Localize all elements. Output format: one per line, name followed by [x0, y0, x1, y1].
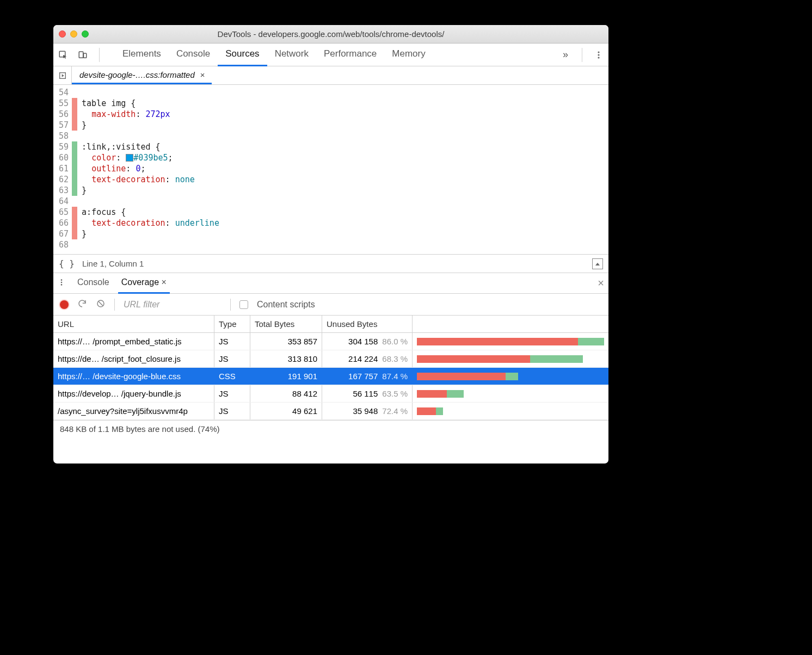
separator — [582, 48, 582, 62]
tab-sources[interactable]: Sources — [218, 43, 267, 66]
close-tab-icon[interactable]: × — [159, 277, 167, 287]
table-row[interactable]: https://develop… /jquery-bundle.jsJS88 4… — [53, 385, 608, 403]
separator — [99, 48, 100, 62]
col-unused[interactable]: Unused Bytes — [322, 316, 413, 332]
cell-type: JS — [214, 350, 250, 367]
tab-network[interactable]: Network — [267, 43, 316, 66]
cell-url: https://de… /script_foot_closure.js — [53, 350, 214, 367]
cell-type: JS — [214, 385, 250, 402]
cell-vis — [413, 355, 608, 363]
table-row[interactable]: /async_survey?site=ylj5ifxusvvmr4pJS49 6… — [53, 403, 608, 420]
drawer-menu-icon[interactable] — [58, 279, 67, 288]
svg-point-4 — [598, 54, 599, 55]
cell-type: JS — [214, 403, 250, 419]
cursor-position: Line 1, Column 1 — [82, 259, 144, 268]
settings-menu-icon[interactable] — [592, 51, 605, 59]
svg-point-5 — [598, 57, 599, 58]
drawer-tabs-list: ConsoleCoverage × — [74, 273, 170, 294]
cell-total: 353 857 — [250, 333, 322, 350]
code-content: table img { max-width: 272px}:link,:visi… — [77, 85, 219, 254]
tab-performance[interactable]: Performance — [316, 43, 384, 66]
cell-vis — [413, 390, 608, 398]
tab-console[interactable]: Console — [169, 43, 218, 66]
cell-url: https://… /devsite-google-blue.css — [53, 368, 214, 385]
tab-memory[interactable]: Memory — [384, 43, 433, 66]
cell-vis — [413, 407, 608, 415]
record-button[interactable] — [60, 300, 69, 309]
pretty-print-icon[interactable]: { } — [59, 258, 75, 269]
file-tab[interactable]: devsite-google-….css:formatted × — [72, 66, 212, 84]
table-row[interactable]: https://de… /script_foot_closure.jsJS313… — [53, 350, 608, 368]
url-filter-input[interactable]: URL filter — [124, 300, 222, 310]
close-tab-icon[interactable]: × — [200, 70, 205, 79]
cell-type: CSS — [214, 368, 250, 385]
cell-url: https://develop… /jquery-bundle.js — [53, 385, 214, 402]
content-scripts-checkbox[interactable] — [239, 300, 248, 309]
titlebar: DevTools - developers.google.com/web/too… — [53, 25, 608, 44]
cell-unused: 304 15886.0 % — [322, 333, 413, 350]
cell-total: 191 901 — [250, 368, 322, 385]
reload-icon[interactable] — [77, 299, 87, 311]
panel-tabs: ElementsConsoleSourcesNetworkPerformance… — [53, 44, 608, 66]
col-type[interactable]: Type — [214, 316, 250, 332]
inspect-element-icon[interactable] — [57, 48, 70, 61]
drawer-tab-coverage[interactable]: Coverage × — [118, 273, 170, 294]
device-toolbar-icon[interactable] — [76, 48, 89, 61]
line-gutter: 545556575859606162636465666768 — [53, 85, 72, 254]
tab-elements[interactable]: Elements — [115, 43, 169, 66]
content-scripts-label: Content scripts — [257, 300, 315, 310]
cell-unused: 214 22468.3 % — [322, 350, 413, 367]
drawer-tabs: ConsoleCoverage × × — [53, 273, 608, 294]
cell-vis — [413, 373, 608, 380]
table-header-row: URL Type Total Bytes Unused Bytes — [53, 316, 608, 333]
cell-unused: 56 11563.5 % — [322, 385, 413, 402]
source-editor[interactable]: 545556575859606162636465666768 table img… — [53, 85, 608, 255]
coverage-toolbar: URL filter Content scripts — [53, 294, 608, 316]
cell-url: https://… /prompt_embed_static.js — [53, 333, 214, 350]
file-navigator-icon[interactable] — [53, 66, 72, 84]
cell-unused: 167 75787.4 % — [322, 368, 413, 385]
window-controls — [59, 30, 89, 38]
col-total[interactable]: Total Bytes — [250, 316, 322, 332]
window-title: DevTools - developers.google.com/web/too… — [53, 29, 608, 39]
drawer-tab-console[interactable]: Console — [74, 273, 113, 294]
svg-point-8 — [61, 281, 63, 283]
coverage-summary: 848 KB of 1.1 MB bytes are not used. (74… — [53, 420, 608, 437]
svg-point-9 — [61, 284, 63, 286]
minimize-window-button[interactable] — [70, 30, 77, 38]
editor-status-bar: { } Line 1, Column 1 — [53, 255, 608, 273]
cell-url: /async_survey?site=ylj5ifxusvvmr4p — [53, 403, 214, 419]
svg-rect-2 — [84, 53, 87, 58]
devtools-window: DevTools - developers.google.com/web/too… — [53, 25, 608, 464]
table-body: https://… /prompt_embed_static.jsJS353 8… — [53, 333, 608, 420]
cell-unused: 35 94872.4 % — [322, 403, 413, 419]
cell-type: JS — [214, 333, 250, 350]
separator — [114, 299, 115, 311]
cell-total: 313 810 — [250, 350, 322, 367]
tabs-overflow-icon[interactable]: » — [559, 48, 572, 61]
file-tabs: devsite-google-….css:formatted × — [53, 66, 608, 85]
table-row[interactable]: https://… /prompt_embed_static.jsJS353 8… — [53, 333, 608, 350]
svg-rect-1 — [79, 52, 83, 58]
table-row[interactable]: https://… /devsite-google-blue.cssCSS191… — [53, 368, 608, 385]
cell-total: 49 621 — [250, 403, 322, 419]
coverage-gutter — [72, 85, 77, 254]
svg-point-3 — [598, 51, 599, 53]
separator — [230, 299, 231, 311]
col-url[interactable]: URL — [53, 316, 214, 332]
clear-icon[interactable] — [96, 299, 106, 311]
zoom-window-button[interactable] — [82, 30, 89, 38]
cell-vis — [413, 338, 608, 345]
main-tabs-list: ElementsConsoleSourcesNetworkPerformance… — [115, 43, 552, 66]
close-drawer-icon[interactable]: × — [598, 277, 604, 289]
coverage-table: URL Type Total Bytes Unused Bytes https:… — [53, 316, 608, 464]
close-window-button[interactable] — [59, 30, 66, 38]
cell-total: 88 412 — [250, 385, 322, 402]
file-tab-label: devsite-google-….css:formatted — [79, 70, 195, 79]
toggle-sidebar-icon[interactable] — [592, 258, 603, 269]
svg-point-7 — [61, 279, 63, 281]
